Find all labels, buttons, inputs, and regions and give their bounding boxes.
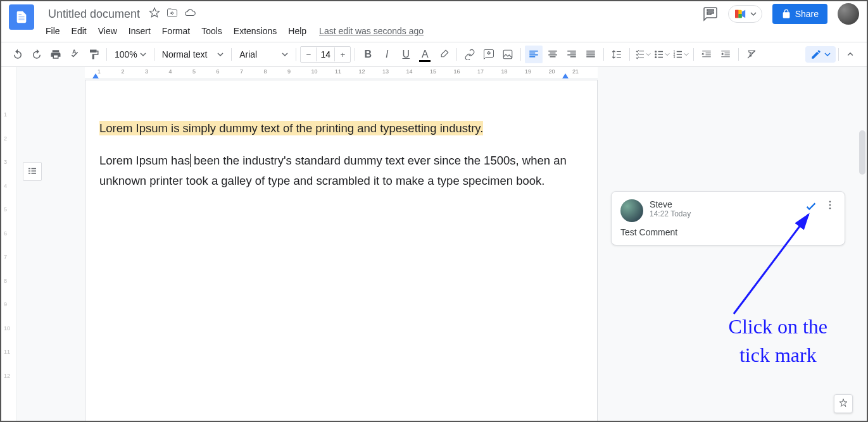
- font-size-value[interactable]: 14: [316, 47, 335, 61]
- comment-time: 14:22 Today: [650, 209, 798, 218]
- share-label: Share: [795, 9, 819, 19]
- horizontal-ruler: 123456789101112131415161718192021: [85, 67, 598, 78]
- increase-indent-button[interactable]: [717, 46, 734, 63]
- blank-line[interactable]: [99, 138, 583, 151]
- chevron-down-icon: [665, 51, 670, 58]
- svg-point-5: [655, 54, 657, 56]
- chevron-down-icon: [217, 51, 223, 58]
- align-justify-button[interactable]: [582, 46, 600, 63]
- font-select[interactable]: Arial: [236, 49, 292, 59]
- zoom-select[interactable]: 100%: [111, 49, 150, 59]
- meet-icon: [734, 8, 748, 20]
- chevron-down-icon: [824, 51, 831, 58]
- bulleted-list-button[interactable]: [653, 46, 670, 63]
- svg-point-11: [829, 204, 831, 206]
- highlight-button[interactable]: [435, 46, 453, 63]
- align-right-button[interactable]: [563, 46, 581, 63]
- chevron-down-icon: [750, 11, 757, 17]
- share-button[interactable]: Share: [772, 4, 827, 24]
- undo-button[interactable]: [9, 46, 27, 63]
- font-size-decrease[interactable]: −: [301, 47, 316, 62]
- svg-rect-1: [735, 10, 738, 18]
- menu-file[interactable]: File: [41, 23, 65, 39]
- resolve-comment-button[interactable]: [804, 199, 818, 216]
- canvas-area: 123456789101112 123456789101112131415161…: [1, 67, 867, 421]
- chevron-down-icon: [646, 51, 651, 58]
- font-size-control: − 14 +: [300, 46, 351, 63]
- svg-point-6: [655, 56, 657, 58]
- annotation-text: Click on the tick mark: [729, 313, 827, 369]
- star-icon[interactable]: [149, 7, 160, 21]
- text-color-button[interactable]: A: [416, 46, 434, 63]
- comment-avatar: [620, 199, 643, 222]
- svg-point-10: [829, 201, 831, 202]
- toolbar: 100% Normal text Arial − 14 + B I U A 1: [1, 42, 867, 67]
- page[interactable]: Lorem Ipsum is simply dummy text of the …: [85, 80, 598, 421]
- vertical-ruler: 123456789101112: [1, 67, 16, 421]
- svg-point-4: [655, 51, 657, 53]
- document-title[interactable]: Untitled document: [44, 6, 144, 22]
- svg-rect-2: [738, 14, 741, 18]
- underline-button[interactable]: U: [397, 46, 415, 63]
- comment-history-icon[interactable]: [703, 6, 718, 22]
- document-scroll[interactable]: 123456789101112131415161718192021 Lorem …: [16, 67, 867, 421]
- app-window: Untitled document Share File Edi: [0, 0, 868, 422]
- explore-icon: [838, 398, 849, 409]
- align-left-button[interactable]: [525, 46, 543, 63]
- move-icon[interactable]: [167, 7, 178, 21]
- insert-image-button[interactable]: [499, 46, 517, 63]
- clear-formatting-button[interactable]: [743, 46, 760, 63]
- insert-link-button[interactable]: [461, 46, 479, 63]
- paragraph-1[interactable]: Lorem Ipsum is simply dummy text of the …: [99, 118, 583, 138]
- svg-text:3: 3: [674, 55, 676, 59]
- spellcheck-button[interactable]: [66, 46, 84, 63]
- comment-author: Steve: [650, 199, 798, 209]
- paragraph-style-select[interactable]: Normal text: [158, 49, 227, 59]
- comment-more-button[interactable]: [824, 199, 836, 216]
- menu-help[interactable]: Help: [283, 23, 311, 39]
- paragraph-2[interactable]: Lorem Ipsum has been the industry's stan…: [99, 151, 583, 190]
- highlighted-text[interactable]: Lorem Ipsum is simply dummy text of the …: [99, 121, 483, 135]
- lock-icon: [781, 9, 791, 19]
- last-edit-link[interactable]: Last edit was seconds ago: [319, 26, 424, 36]
- add-comment-button[interactable]: [480, 46, 498, 63]
- header: Untitled document Share: [1, 1, 867, 23]
- pencil-icon: [810, 49, 822, 60]
- menu-insert[interactable]: Insert: [123, 23, 156, 39]
- explore-button[interactable]: [834, 394, 853, 413]
- comment-card[interactable]: Steve 14:22 Today Test Comment: [611, 191, 845, 245]
- outline-button[interactable]: [23, 162, 42, 181]
- print-button[interactable]: [47, 46, 65, 63]
- editing-mode-button[interactable]: [805, 46, 836, 63]
- menu-format[interactable]: Format: [157, 23, 195, 39]
- menu-extensions[interactable]: Extensions: [229, 23, 282, 39]
- redo-button[interactable]: [28, 46, 46, 63]
- menu-edit[interactable]: Edit: [66, 23, 92, 39]
- more-vertical-icon: [824, 199, 836, 211]
- svg-point-12: [829, 208, 831, 209]
- numbered-list-button[interactable]: 123: [672, 46, 689, 63]
- italic-button[interactable]: I: [378, 46, 396, 63]
- user-avatar[interactable]: [838, 3, 859, 25]
- hide-menus-button[interactable]: [841, 46, 859, 63]
- menu-tools[interactable]: Tools: [196, 23, 227, 39]
- right-indent-marker[interactable]: [562, 73, 569, 78]
- bold-button[interactable]: B: [359, 46, 377, 63]
- decrease-indent-button[interactable]: [698, 46, 715, 63]
- meet-button[interactable]: [728, 5, 762, 23]
- chevron-down-icon: [684, 51, 689, 58]
- chevron-down-icon: [140, 51, 146, 58]
- checklist-button[interactable]: [634, 46, 651, 63]
- align-center-button[interactable]: [544, 46, 562, 63]
- menubar: File Edit View Insert Format Tools Exten…: [1, 23, 867, 42]
- svg-rect-3: [504, 50, 513, 59]
- chevron-down-icon: [282, 51, 288, 58]
- checkmark-icon: [804, 199, 818, 213]
- paint-format-button[interactable]: [85, 46, 103, 63]
- cloud-icon[interactable]: [184, 7, 196, 21]
- menu-view[interactable]: View: [93, 23, 122, 39]
- vertical-scrollbar[interactable]: [859, 130, 865, 175]
- line-spacing-button[interactable]: [608, 46, 626, 63]
- font-size-increase[interactable]: +: [335, 47, 350, 62]
- comment-body: Test Comment: [620, 227, 836, 237]
